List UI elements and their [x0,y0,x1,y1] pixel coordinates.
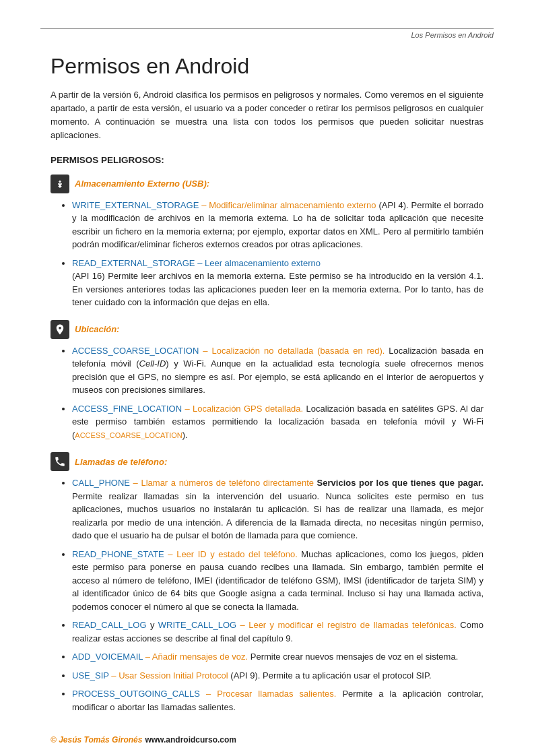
group-location-header: Ubicación: [51,320,483,339]
phone-icon [51,452,69,471]
call-log-desc: – Leer y modificar el registro de llamad… [240,620,457,630]
read-external-text: (API 16) Permite leer archivos en la mem… [72,271,483,307]
write-external-desc: – Modificar/eliminar almacenamiento exte… [201,200,376,210]
add-voicemail-link[interactable]: ADD_VOICEMAIL [72,652,143,662]
intro-paragraph: A partir de la versión 6, Android clasif… [51,88,483,143]
location-icon [51,320,69,339]
call-phone-desc: – Llamar a números de teléfono directame… [133,478,317,488]
read-call-log-link[interactable]: READ_CALL_LOG [72,620,147,630]
write-call-log-link[interactable]: WRITE_CALL_LOG [158,620,236,630]
group-phone-header: Llamadas de teléfono: [51,452,483,471]
fine-location-desc: – Localización GPS detallada. [185,404,303,414]
list-item-call-phone: CALL_PHONE – Llamar a números de teléfon… [72,476,483,542]
list-item-add-voicemail: ADD_VOICEMAIL – Añadir mensajes de voz. … [72,650,483,664]
group-location-name: Ubicación: [75,324,119,334]
list-item-fine-location: ACCESS_FINE_LOCATION – Localización GPS … [72,402,483,442]
group-phone: Llamadas de teléfono: CALL_PHONE – Llama… [51,452,483,714]
list-item-read-phone-state: READ_PHONE_STATE – Leer ID y estado del … [72,548,483,614]
group-phone-name: Llamadas de teléfono: [75,457,167,467]
location-svg [54,323,66,336]
list-item-call-log: READ_CALL_LOG y WRITE_CALL_LOG – Leer y … [72,619,483,645]
use-sip-link[interactable]: USE_SIP [72,670,109,681]
footer-website: www.androidcurso.com [145,735,236,745]
add-voicemail-desc: – Añadir mensajes de voz. [145,652,248,662]
main-content: Permisos en Android A partir de la versi… [0,0,534,756]
group-storage-header: Almacenamiento Externo (USB): [51,175,483,193]
read-phone-state-link[interactable]: READ_PHONE_STATE [72,549,164,559]
phone-list: CALL_PHONE – Llamar a números de teléfon… [51,476,483,714]
use-sip-text: (API 9). Permite a tu aplicación usar el… [230,670,431,681]
call-phone-bold: Servicios por los que tienes que pagar. [317,478,483,488]
fine-location-link[interactable]: ACCESS_FINE_LOCATION [72,404,182,414]
access-coarse-ref: ACCESS_COARSE_LOCATION [75,431,182,439]
coarse-location-desc: – Localización no detallada (basada en r… [203,346,385,356]
read-external-link[interactable]: READ_EXTERNAL_STORAGE – Leer almacenamie… [72,258,321,268]
page: Los Permisos en Android Permisos en Andr… [0,0,534,756]
read-phone-state-desc: – Leer ID y estado del teléfono. [168,549,297,559]
header-title: Los Permisos en Android [411,31,494,39]
group-storage-name: Almacenamiento Externo (USB): [75,179,209,189]
storage-list: WRITE_EXTERNAL_STORAGE – Modificar/elimi… [51,199,483,309]
list-item-read-external: READ_EXTERNAL_STORAGE – Leer almacenamie… [72,257,483,309]
list-item-process-outgoing: PROCESS_OUTGOING_CALLS – Procesar llamad… [72,687,483,714]
usb-svg [54,178,66,190]
footer-copyright: © Jesús Tomás Gironés [51,735,142,745]
location-list: ACCESS_COARSE_LOCATION – Localización no… [51,344,483,442]
list-item-use-sip: USE_SIP – Usar Session Initial Protocol … [72,669,483,683]
call-phone-text: Permite realizar llamadas sin la interve… [72,491,483,541]
usb-icon [51,175,69,193]
group-storage: Almacenamiento Externo (USB): WRITE_EXTE… [51,175,483,309]
process-outgoing-link[interactable]: PROCESS_OUTGOING_CALLS [72,689,200,699]
group-location: Ubicación: ACCESS_COARSE_LOCATION – Loca… [51,320,483,442]
list-item-coarse-location: ACCESS_COARSE_LOCATION – Localización no… [72,344,483,397]
phone-svg [54,455,66,468]
call-phone-link[interactable]: CALL_PHONE [72,478,130,488]
add-voicemail-text: Permite crear nuevos mensajes de voz en … [251,652,459,662]
call-log-and: y [150,620,158,630]
section-title: PERMISOS PELIGROSOS: [51,155,483,165]
use-sip-desc: – Usar Session Initial Protocol [111,670,228,681]
page-title: Permisos en Android [51,54,483,79]
coarse-location-link[interactable]: ACCESS_COARSE_LOCATION [72,346,199,356]
header-bar: Los Permisos en Android [40,28,494,39]
write-external-link[interactable]: WRITE_EXTERNAL_STORAGE [72,200,199,210]
process-outgoing-desc: – Procesar llamadas salientes. [206,689,336,699]
list-item-write-external: WRITE_EXTERNAL_STORAGE – Modificar/elimi… [72,199,483,251]
page-footer: © Jesús Tomás Gironés www.androidcurso.c… [51,735,483,745]
